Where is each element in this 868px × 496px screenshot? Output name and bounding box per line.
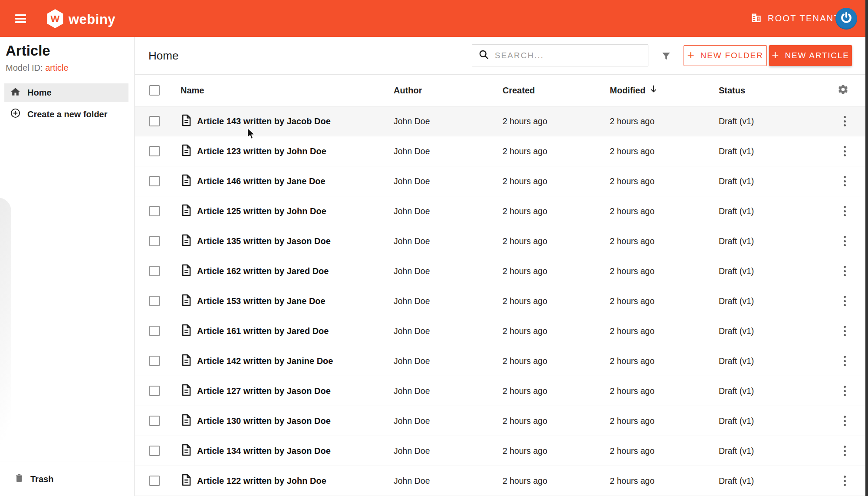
kebab-icon[interactable] bbox=[842, 474, 848, 488]
breadcrumb[interactable]: Home bbox=[148, 49, 178, 63]
file-text-icon bbox=[181, 144, 191, 158]
row-created: 2 hours ago bbox=[503, 176, 547, 186]
row-checkbox[interactable] bbox=[149, 146, 160, 156]
vertical-scrollbar[interactable] bbox=[865, 0, 868, 496]
row-checkbox[interactable] bbox=[149, 266, 160, 276]
search-input[interactable] bbox=[495, 51, 625, 60]
new-folder-button[interactable]: + NEW FOLDER bbox=[684, 45, 767, 66]
row-checkbox[interactable] bbox=[149, 206, 160, 216]
row-name[interactable]: Article 125 written by John Doe bbox=[197, 206, 326, 216]
table-row[interactable]: Article 146 written by Jane Doe John Doe… bbox=[135, 166, 868, 196]
row-name[interactable]: Article 162 written by Jared Doe bbox=[197, 266, 329, 276]
kebab-icon[interactable] bbox=[842, 444, 848, 458]
kebab-icon[interactable] bbox=[842, 414, 848, 428]
row-name[interactable]: Article 143 written by Jacob Doe bbox=[197, 116, 331, 126]
row-status-badge: Draft (v1) bbox=[719, 326, 754, 336]
row-author: John Doe bbox=[394, 386, 430, 396]
row-name[interactable]: Article 134 written by Jason Doe bbox=[197, 446, 331, 456]
table-row[interactable]: Article 134 written by Jason Doe John Do… bbox=[135, 436, 868, 466]
row-checkbox[interactable] bbox=[149, 476, 160, 486]
column-header-name[interactable]: Name bbox=[181, 86, 204, 96]
file-text-icon bbox=[181, 294, 191, 308]
row-modified: 2 hours ago bbox=[610, 326, 654, 336]
table-row[interactable]: Article 125 written by John Doe John Doe… bbox=[135, 196, 868, 226]
table-row[interactable]: Article 142 written by Janine Doe John D… bbox=[135, 346, 868, 376]
column-header-modified[interactable]: Modified bbox=[610, 85, 658, 96]
table-row[interactable]: Article 162 written by Jared Doe John Do… bbox=[135, 256, 868, 286]
row-checkbox[interactable] bbox=[149, 446, 160, 456]
kebab-icon[interactable] bbox=[842, 174, 848, 188]
webiny-logo[interactable]: W bbox=[46, 9, 64, 30]
row-status-badge: Draft (v1) bbox=[719, 416, 754, 426]
kebab-icon[interactable] bbox=[842, 144, 848, 158]
row-status-badge: Draft (v1) bbox=[719, 476, 754, 486]
gear-icon[interactable] bbox=[837, 84, 849, 97]
row-name[interactable]: Article 142 written by Janine Doe bbox=[197, 356, 333, 366]
table-row[interactable]: Article 161 written by Jared Doe John Do… bbox=[135, 316, 868, 346]
row-name[interactable]: Article 130 written by Jason Doe bbox=[197, 416, 331, 426]
sidebar-item-create-folder[interactable]: Create a new folder bbox=[4, 106, 128, 123]
select-all-checkbox[interactable] bbox=[149, 85, 160, 96]
kebab-icon[interactable] bbox=[842, 114, 848, 128]
table-row[interactable]: Article 130 written by Jason Doe John Do… bbox=[135, 406, 868, 436]
table-header: Name Author Created Modified Status bbox=[135, 75, 868, 106]
row-name[interactable]: Article 127 written by Jason Doe bbox=[197, 386, 331, 396]
kebab-icon[interactable] bbox=[842, 384, 848, 398]
hamburger-icon[interactable] bbox=[15, 14, 26, 23]
table-row[interactable]: Article 123 written by John Doe John Doe… bbox=[135, 136, 868, 166]
table-row[interactable]: Article 122 written by John Doe John Doe… bbox=[135, 466, 868, 496]
row-checkbox[interactable] bbox=[149, 386, 160, 396]
row-name[interactable]: Article 153 written by Jane Doe bbox=[197, 296, 326, 306]
table-row[interactable]: Article 153 written by Jane Doe John Doe… bbox=[135, 286, 868, 316]
row-created: 2 hours ago bbox=[503, 356, 547, 366]
row-checkbox[interactable] bbox=[149, 356, 160, 366]
column-header-status[interactable]: Status bbox=[719, 86, 745, 96]
table-row[interactable]: Article 127 written by Jason Doe John Do… bbox=[135, 376, 868, 406]
column-header-author[interactable]: Author bbox=[394, 86, 422, 96]
row-author: John Doe bbox=[394, 356, 430, 366]
row-author: John Doe bbox=[394, 116, 430, 126]
row-checkbox[interactable] bbox=[149, 296, 160, 306]
row-name[interactable]: Article 135 written by Jason Doe bbox=[197, 236, 331, 246]
content-header: Home + NEW FOLDER + bbox=[135, 37, 868, 75]
file-text-icon bbox=[181, 114, 191, 128]
row-name[interactable]: Article 123 written by John Doe bbox=[197, 146, 326, 156]
row-created: 2 hours ago bbox=[503, 446, 547, 456]
file-text-icon bbox=[181, 234, 191, 248]
building-icon bbox=[750, 12, 762, 25]
user-avatar[interactable] bbox=[835, 8, 857, 30]
kebab-icon[interactable] bbox=[842, 354, 848, 368]
circle-plus-icon bbox=[10, 108, 21, 121]
row-name[interactable]: Article 122 written by John Doe bbox=[197, 476, 326, 486]
sort-arrow-down-icon bbox=[650, 85, 658, 96]
kebab-icon[interactable] bbox=[842, 204, 848, 218]
table-row[interactable]: Article 135 written by Jason Doe John Do… bbox=[135, 226, 868, 256]
tenant-selector[interactable]: ROOT TENANT bbox=[750, 0, 840, 37]
row-checkbox[interactable] bbox=[149, 236, 160, 246]
drawer-shadow bbox=[0, 198, 11, 496]
kebab-icon[interactable] bbox=[842, 264, 848, 278]
row-name[interactable]: Article 146 written by Jane Doe bbox=[197, 176, 326, 186]
kebab-icon[interactable] bbox=[842, 234, 848, 248]
kebab-icon[interactable] bbox=[842, 294, 848, 308]
new-article-button[interactable]: + NEW ARTICLE bbox=[769, 45, 852, 66]
row-checkbox[interactable] bbox=[149, 116, 160, 126]
funnel-icon[interactable] bbox=[661, 51, 672, 62]
row-author: John Doe bbox=[394, 236, 430, 246]
magnifier-icon bbox=[478, 49, 490, 62]
row-checkbox[interactable] bbox=[149, 416, 160, 426]
row-checkbox[interactable] bbox=[149, 176, 160, 186]
model-id-value[interactable]: article bbox=[45, 63, 68, 73]
column-header-created[interactable]: Created bbox=[503, 86, 535, 96]
row-checkbox[interactable] bbox=[149, 326, 160, 336]
row-created: 2 hours ago bbox=[503, 416, 547, 426]
row-name[interactable]: Article 161 written by Jared Doe bbox=[197, 326, 329, 336]
kebab-icon[interactable] bbox=[842, 324, 848, 338]
column-header-modified-label: Modified bbox=[610, 86, 645, 96]
table-row[interactable]: Article 143 written by Jacob Doe John Do… bbox=[135, 106, 868, 136]
sidebar-item-trash[interactable]: Trash bbox=[0, 462, 134, 496]
sidebar-item-home[interactable]: Home bbox=[4, 83, 128, 102]
row-status-badge: Draft (v1) bbox=[719, 176, 754, 186]
file-text-icon bbox=[181, 174, 191, 188]
trash-icon bbox=[14, 473, 24, 486]
